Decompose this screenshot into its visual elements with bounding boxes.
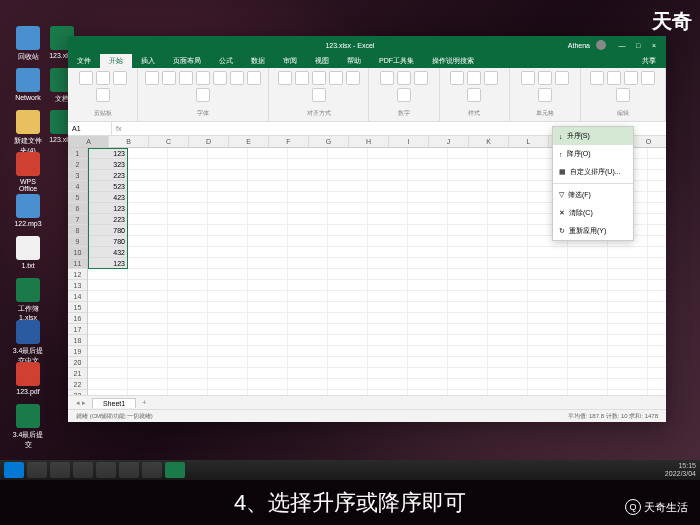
ribbon-button[interactable] (538, 71, 552, 85)
ribbon-tab[interactable]: 文件 (68, 54, 100, 68)
ribbon-button[interactable] (397, 71, 411, 85)
cell[interactable]: 780 (88, 225, 128, 236)
row-header[interactable]: 14 (68, 291, 87, 302)
ribbon-button[interactable] (312, 71, 326, 85)
ribbon-button[interactable] (538, 88, 552, 102)
ribbon-button[interactable] (96, 88, 110, 102)
dropdown-item[interactable]: ↓升序(S) (553, 127, 633, 145)
cell[interactable]: 123 (88, 258, 128, 269)
column-header[interactable]: F (269, 136, 309, 147)
fx-icon[interactable]: fx (112, 125, 125, 132)
taskbar-item[interactable] (73, 462, 93, 478)
row-header[interactable]: 8 (68, 225, 87, 236)
taskbar[interactable]: 15:15 2022/3/04 (0, 460, 700, 480)
close-button[interactable]: × (646, 42, 662, 49)
add-sheet-button[interactable]: + (142, 399, 146, 406)
taskbar-item[interactable] (96, 462, 116, 478)
desktop-icon[interactable]: 新建文件夹(4) (12, 110, 44, 156)
ribbon-button[interactable] (295, 71, 309, 85)
row-header[interactable]: 23 (68, 390, 87, 395)
ribbon-button[interactable] (555, 71, 569, 85)
column-header[interactable]: K (469, 136, 509, 147)
column-header[interactable]: H (349, 136, 389, 147)
row-header[interactable]: 17 (68, 324, 87, 335)
taskbar-date[interactable]: 2022/3/04 (665, 470, 696, 478)
maximize-button[interactable]: □ (630, 42, 646, 49)
ribbon-tab[interactable]: 页面布局 (164, 54, 210, 68)
ribbon-tab[interactable]: 插入 (132, 54, 164, 68)
dropdown-item[interactable]: ↑降序(O) (553, 145, 633, 163)
row-header[interactable]: 13 (68, 280, 87, 291)
row-header[interactable]: 7 (68, 214, 87, 225)
row-header[interactable]: 21 (68, 368, 87, 379)
taskbar-item[interactable] (142, 462, 162, 478)
row-header[interactable]: 22 (68, 379, 87, 390)
taskbar-item[interactable] (50, 462, 70, 478)
ribbon-button[interactable] (346, 71, 360, 85)
desktop-icon[interactable]: Network (12, 68, 44, 101)
cell[interactable]: 123 (88, 203, 128, 214)
ribbon-tab[interactable]: 开始 (100, 54, 132, 68)
dropdown-item[interactable]: ✕清除(C) (553, 204, 633, 222)
desktop-icon[interactable]: 123.pdf (12, 362, 44, 395)
row-header[interactable]: 15 (68, 302, 87, 313)
dropdown-item[interactable]: ▦自定义排序(U)... (553, 163, 633, 181)
ribbon-button[interactable] (96, 71, 110, 85)
ribbon-tab[interactable]: 审阅 (274, 54, 306, 68)
row-header[interactable]: 6 (68, 203, 87, 214)
row-header[interactable]: 1 (68, 148, 87, 159)
desktop-icon[interactable]: WPS Office (12, 152, 44, 192)
minimize-button[interactable]: — (614, 42, 630, 49)
ribbon-tab[interactable]: 操作说明搜索 (423, 54, 483, 68)
share-button[interactable]: 共享 (632, 54, 666, 68)
desktop-icon[interactable]: 工作簿1.xlsx (12, 278, 44, 321)
ribbon-button[interactable] (607, 71, 621, 85)
ribbon-button[interactable] (484, 71, 498, 85)
column-header[interactable]: E (229, 136, 269, 147)
ribbon-button[interactable] (450, 71, 464, 85)
dropdown-item[interactable]: ↻重新应用(Y) (553, 222, 633, 240)
taskbar-time[interactable]: 15:15 (665, 462, 696, 470)
column-header[interactable]: G (309, 136, 349, 147)
ribbon-button[interactable] (113, 71, 127, 85)
column-header[interactable]: A (69, 136, 109, 147)
ribbon-tab[interactable]: 数据 (242, 54, 274, 68)
ribbon-button[interactable] (230, 71, 244, 85)
cell[interactable]: 523 (88, 181, 128, 192)
ribbon-button[interactable] (641, 71, 655, 85)
ribbon-button[interactable] (162, 71, 176, 85)
ribbon-button[interactable] (380, 71, 394, 85)
taskbar-search[interactable] (27, 462, 47, 478)
ribbon-button[interactable] (397, 88, 411, 102)
cell[interactable]: 323 (88, 159, 128, 170)
desktop-icon[interactable]: 1.txt (12, 236, 44, 269)
ribbon-button[interactable] (179, 71, 193, 85)
sheet-tab[interactable]: Sheet1 (92, 398, 136, 408)
ribbon-button[interactable] (624, 71, 638, 85)
cell[interactable]: 223 (88, 170, 128, 181)
ribbon-button[interactable] (590, 71, 604, 85)
column-header[interactable]: B (109, 136, 149, 147)
row-header[interactable]: 11 (68, 258, 87, 269)
row-header[interactable]: 18 (68, 335, 87, 346)
row-header[interactable]: 20 (68, 357, 87, 368)
ribbon-button[interactable] (329, 71, 343, 85)
ribbon-button[interactable] (312, 88, 326, 102)
desktop-icon[interactable]: 回收站 (12, 26, 44, 62)
row-header[interactable]: 19 (68, 346, 87, 357)
cell[interactable]: 223 (88, 214, 128, 225)
row-header[interactable]: 10 (68, 247, 87, 258)
ribbon-button[interactable] (247, 71, 261, 85)
row-header[interactable]: 16 (68, 313, 87, 324)
ribbon-tab[interactable]: 公式 (210, 54, 242, 68)
cell[interactable]: 423 (88, 192, 128, 203)
ribbon-tab[interactable]: 帮助 (338, 54, 370, 68)
ribbon-button[interactable] (616, 88, 630, 102)
column-header[interactable]: L (509, 136, 549, 147)
ribbon-button[interactable] (467, 88, 481, 102)
ribbon-button[interactable] (196, 88, 210, 102)
ribbon-button[interactable] (521, 71, 535, 85)
cell[interactable]: 123 (88, 148, 128, 159)
column-header[interactable]: I (389, 136, 429, 147)
row-header[interactable]: 9 (68, 236, 87, 247)
